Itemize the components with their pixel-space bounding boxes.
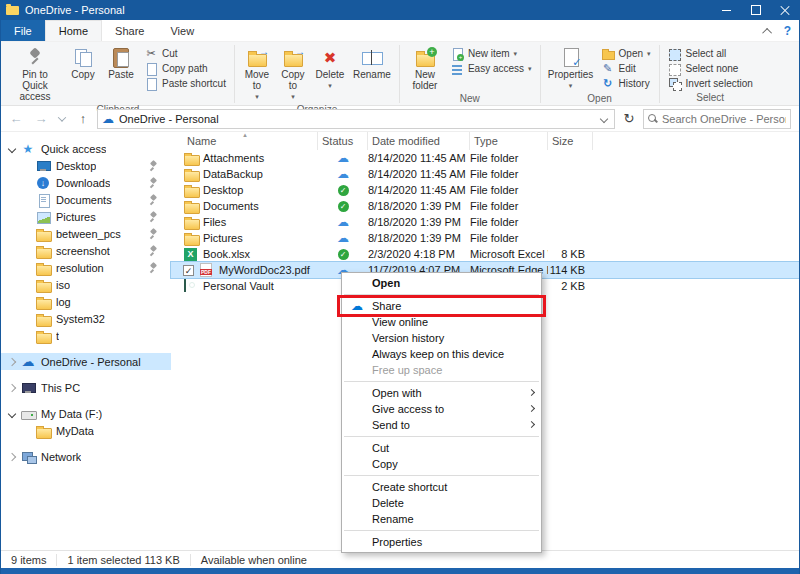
- breadcrumb[interactable]: OneDrive - Personal: [119, 113, 219, 125]
- minimize-button[interactable]: [712, 0, 741, 20]
- tab-file[interactable]: File: [1, 20, 45, 41]
- menu-item-properties[interactable]: Properties: [342, 534, 541, 550]
- chevron-down-icon[interactable]: [8, 144, 16, 152]
- menu-item-version-history[interactable]: Version history: [342, 330, 541, 346]
- forward-button[interactable]: →: [30, 109, 52, 129]
- menu-item-copy[interactable]: Copy: [342, 456, 541, 472]
- new-folder-button[interactable]: + New folder: [404, 44, 446, 93]
- file-row[interactable]: XBook.xlsx ✓ 2/3/2020 4:18 PM Microsoft …: [171, 246, 799, 262]
- sidebar-item-system32[interactable]: System32: [1, 310, 171, 327]
- file-row[interactable]: Documents ✓ 8/18/2020 1:39 PM File folde…: [171, 198, 799, 214]
- pin-to-quick-access-button[interactable]: Pin to Quick access: [6, 44, 64, 104]
- refresh-button[interactable]: ↻: [618, 109, 640, 129]
- delete-button[interactable]: ✖ Delete▾: [311, 44, 349, 104]
- open-button[interactable]: Open ▾: [597, 46, 655, 61]
- history-button[interactable]: ↻ History: [597, 76, 655, 91]
- sidebar-item-my-data-f[interactable]: My Data (F:): [1, 405, 171, 422]
- copy-button[interactable]: Copy: [64, 44, 102, 104]
- back-button[interactable]: ←: [5, 109, 27, 129]
- availability-status: Available when online: [191, 554, 317, 566]
- cut-button[interactable]: ✂ Cut: [140, 46, 230, 61]
- sidebar-item-iso[interactable]: iso: [1, 276, 171, 293]
- help-icon[interactable]: ?: [784, 24, 791, 38]
- navigation-pane: ★ Quick access Desktop Downloads Documen…: [1, 132, 171, 550]
- ribbon-group-open: ✓ Properties▾ Open ▾ ✎ Edit ↻ Hi: [542, 43, 658, 105]
- paste-shortcut-button[interactable]: Paste shortcut: [140, 76, 230, 91]
- folder-icon: [183, 231, 198, 246]
- file-row[interactable]: Files ☁ 8/18/2020 1:39 PM File folder: [171, 214, 799, 230]
- sidebar-item-t[interactable]: t: [1, 327, 171, 344]
- chevron-right-icon[interactable]: [8, 383, 16, 391]
- sidebar-item-this-pc[interactable]: This PC: [1, 379, 171, 396]
- column-header-status[interactable]: Status: [318, 132, 368, 150]
- up-button[interactable]: ↑: [72, 109, 94, 129]
- address-bar[interactable]: ☁ OneDrive - Personal: [97, 109, 615, 129]
- select-none-button[interactable]: Select none: [664, 61, 757, 76]
- invert-selection-button[interactable]: Invert selection: [664, 76, 757, 91]
- title-bar[interactable]: OneDrive - Personal: [1, 0, 799, 20]
- new-folder-icon: +: [413, 46, 437, 68]
- sidebar-item-resolution[interactable]: resolution: [1, 259, 171, 276]
- minimize-ribbon-icon[interactable]: [762, 27, 772, 37]
- menu-item-rename[interactable]: Rename: [342, 511, 541, 527]
- sidebar-item-network[interactable]: Network: [1, 448, 171, 465]
- open-icon: [601, 47, 615, 61]
- file-row[interactable]: DataBackup ☁ 8/14/2020 11:45 AM File fol…: [171, 166, 799, 182]
- menu-item-open[interactable]: Open: [342, 275, 541, 291]
- file-row[interactable]: Attachments ☁ 8/14/2020 11:45 AM File fo…: [171, 150, 799, 166]
- menu-separator: [344, 475, 539, 476]
- menu-item-send-to[interactable]: Send to: [342, 417, 541, 433]
- select-all-button[interactable]: Select all: [664, 46, 757, 61]
- search-input[interactable]: [662, 113, 786, 125]
- properties-button[interactable]: ✓ Properties▾: [545, 44, 597, 93]
- edit-button[interactable]: ✎ Edit: [597, 61, 655, 76]
- column-header-type[interactable]: Type: [470, 132, 548, 150]
- close-button[interactable]: [770, 0, 799, 20]
- recent-locations-dropdown[interactable]: [55, 109, 69, 129]
- sidebar-item-between-pcs[interactable]: between_pcs: [1, 225, 171, 242]
- chevron-right-icon[interactable]: [8, 452, 16, 460]
- column-header-size[interactable]: Size: [548, 132, 593, 150]
- new-item-button[interactable]: + New item ▾: [446, 46, 536, 61]
- file-row[interactable]: Pictures ☁ 8/18/2020 1:39 PM File folder: [171, 230, 799, 246]
- file-row[interactable]: Desktop ✓ 8/14/2020 11:45 AM File folder: [171, 182, 799, 198]
- folder-icon: [183, 151, 198, 166]
- column-header-name[interactable]: ▴Name: [183, 132, 318, 150]
- tab-view[interactable]: View: [157, 20, 207, 41]
- search-box[interactable]: [643, 109, 791, 129]
- chevron-down-icon[interactable]: [8, 409, 16, 417]
- sidebar-item-quick-access[interactable]: ★ Quick access: [1, 140, 171, 157]
- menu-item-share[interactable]: ☁ Share: [342, 298, 541, 314]
- sidebar-item-documents[interactable]: Documents: [1, 191, 171, 208]
- sidebar-item-mydata[interactable]: MyData: [1, 422, 171, 439]
- sidebar-item-screenshot[interactable]: screenshot: [1, 242, 171, 259]
- menu-item-create-shortcut[interactable]: Create shortcut: [342, 479, 541, 495]
- edit-icon: ✎: [601, 62, 615, 76]
- tab-home[interactable]: Home: [45, 20, 102, 41]
- menu-item-cut[interactable]: Cut: [342, 440, 541, 456]
- easy-access-button[interactable]: Easy access ▾: [446, 61, 536, 76]
- item-checkbox[interactable]: ✓: [183, 265, 194, 276]
- column-header-date-modified[interactable]: Date modified: [368, 132, 470, 150]
- menu-item-always-keep-on-device[interactable]: Always keep on this device: [342, 346, 541, 362]
- sidebar-item-pictures[interactable]: Pictures: [1, 208, 171, 225]
- move-to-button[interactable]: → Move to▾: [239, 44, 275, 104]
- rename-button[interactable]: Rename: [349, 44, 395, 104]
- sidebar-item-onedrive-personal[interactable]: ☁ OneDrive - Personal: [1, 353, 171, 370]
- maximize-button[interactable]: [741, 0, 770, 20]
- sidebar-item-desktop[interactable]: Desktop: [1, 157, 171, 174]
- paste-button[interactable]: Paste: [102, 44, 140, 104]
- sidebar-item-downloads[interactable]: Downloads: [1, 174, 171, 191]
- menu-item-open-with[interactable]: Open with: [342, 385, 541, 401]
- tab-share[interactable]: Share: [102, 20, 157, 41]
- ribbon: Pin to Quick access Copy Paste ✂ Cut: [1, 42, 799, 106]
- address-dropdown-icon[interactable]: [600, 114, 608, 122]
- chevron-right-icon[interactable]: [8, 357, 16, 365]
- select-none-icon: [668, 62, 682, 76]
- menu-item-delete[interactable]: Delete: [342, 495, 541, 511]
- copy-to-button[interactable]: → Copy to▾: [275, 44, 311, 104]
- copy-path-button[interactable]: Copy path: [140, 61, 230, 76]
- menu-item-view-online[interactable]: View online: [342, 314, 541, 330]
- sidebar-item-log[interactable]: log: [1, 293, 171, 310]
- menu-item-give-access-to[interactable]: Give access to: [342, 401, 541, 417]
